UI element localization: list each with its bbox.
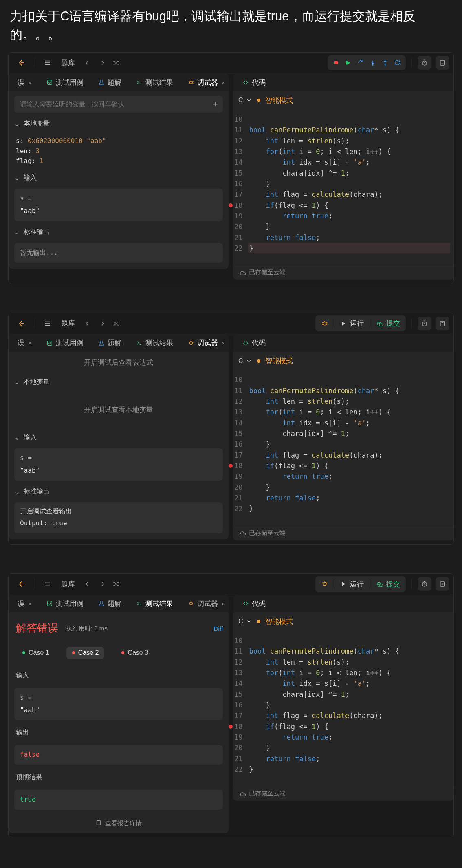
timer-icon[interactable] — [418, 56, 431, 70]
footer-link[interactable]: 查看报告详情 — [105, 820, 142, 827]
tab-testcases[interactable]: 测试用例 — [42, 335, 88, 350]
next-problem-icon[interactable] — [98, 319, 108, 328]
saved-indicator: 已存储至云端 — [249, 790, 286, 798]
status-dot-pass-icon — [22, 651, 25, 654]
check-square-icon — [46, 340, 53, 346]
tab-solution[interactable]: 题解 — [93, 596, 126, 611]
left-tabs: 误× 测试用例 题解 测试结果 调试器× ⋯ — [9, 74, 229, 92]
close-icon[interactable]: × — [222, 339, 225, 346]
tab-debugger[interactable]: 调试器× — [183, 75, 230, 90]
debug-button[interactable] — [315, 317, 334, 330]
tab-code[interactable]: 代码 — [238, 75, 271, 90]
tab-solution[interactable]: 题解 — [93, 75, 126, 90]
language-select[interactable]: C — [238, 97, 252, 104]
plus-icon[interactable]: + — [213, 99, 218, 110]
tab-results[interactable]: 测试结果 — [131, 335, 178, 350]
tab-error[interactable]: 误× — [13, 596, 37, 611]
close-icon[interactable]: × — [222, 79, 225, 86]
leetcode-logo-icon[interactable] — [16, 579, 26, 589]
section-input[interactable]: ⌄输入 — [14, 432, 223, 443]
tab-code[interactable]: 代码 — [238, 596, 271, 611]
section-stdout[interactable]: ⌄标准输出 — [14, 487, 223, 497]
prev-problem-icon[interactable] — [82, 59, 92, 67]
library-button[interactable]: 题库 — [59, 317, 77, 330]
status-dot-fail-icon — [121, 651, 124, 654]
input-var-label: s = — [20, 194, 217, 204]
tab-error[interactable]: 误× — [13, 335, 37, 350]
tab-results[interactable]: 测试结果 — [131, 75, 178, 90]
case-pill[interactable]: Case 1 — [17, 647, 55, 659]
case-pill[interactable]: Case 3 — [116, 647, 154, 659]
list-icon[interactable] — [42, 579, 54, 589]
screenshot-3: 题库 运行 提交 误× 测试用例 题解 — [8, 573, 454, 837]
section-input[interactable]: ⌄ 输入 — [14, 173, 223, 183]
library-button[interactable]: 题库 — [59, 578, 77, 590]
watch-expression-input[interactable]: + — [14, 96, 223, 113]
shuffle-icon[interactable] — [112, 59, 120, 66]
tab-results[interactable]: 测试结果 — [131, 596, 178, 611]
stdout-box: 开启调试查看输出 Output: true — [14, 502, 223, 533]
shuffle-icon[interactable] — [112, 320, 120, 327]
submit-button[interactable]: 提交 — [370, 315, 406, 331]
section-local-vars[interactable]: ⌄本地变量 — [14, 377, 223, 387]
debug-step-over-icon[interactable] — [354, 57, 367, 68]
leetcode-logo-icon[interactable] — [16, 318, 26, 329]
result-status: 解答错误 — [14, 617, 60, 640]
close-icon[interactable]: × — [222, 600, 225, 607]
language-select[interactable]: C — [238, 618, 252, 625]
debug-stop-icon[interactable] — [330, 57, 342, 68]
tab-debugger[interactable]: 调试器× — [183, 335, 230, 350]
timer-icon[interactable] — [418, 317, 431, 330]
leetcode-logo-icon[interactable] — [16, 57, 26, 68]
run-button[interactable]: 运行 — [334, 315, 370, 331]
code-editor[interactable]: 10111213141516171819202122 bool canPermu… — [233, 114, 453, 259]
watch-input-field[interactable] — [14, 96, 223, 113]
post-title: 力扣关于C语言编译器有bug吧，调试输出就是true，而运行提交就是相反的。。。 — [0, 0, 462, 52]
notes-icon[interactable] — [436, 577, 449, 591]
diff-link[interactable]: Diff — [214, 625, 223, 632]
next-problem-icon[interactable] — [98, 59, 108, 67]
case-pill[interactable]: Case 2 — [66, 647, 105, 659]
prev-problem-icon[interactable] — [82, 580, 92, 588]
tab-code[interactable]: 代码 — [238, 335, 271, 350]
notes-icon[interactable] — [436, 317, 449, 330]
debug-step-out-icon[interactable] — [379, 57, 391, 68]
tab-error[interactable]: 误× — [13, 75, 37, 90]
list-icon[interactable] — [42, 57, 54, 68]
code-icon — [242, 600, 249, 607]
list-icon[interactable] — [42, 318, 54, 329]
code-editor[interactable]: 10111213141516171819202122 bool canPermu… — [233, 375, 453, 520]
tab-debugger[interactable]: 调试器× — [183, 596, 230, 611]
section-local-vars[interactable]: ⌄ 本地变量 — [14, 119, 223, 129]
close-icon[interactable]: × — [28, 339, 32, 346]
close-icon[interactable]: × — [28, 600, 32, 607]
smart-mode-label[interactable]: 智能模式 — [265, 617, 293, 626]
shuffle-icon[interactable] — [112, 580, 120, 588]
notes-icon[interactable] — [436, 56, 449, 70]
debug-restart-icon[interactable] — [391, 57, 403, 68]
library-button[interactable]: 题库 — [59, 57, 77, 69]
debug-continue-icon[interactable] — [342, 57, 354, 68]
prev-problem-icon[interactable] — [82, 319, 92, 328]
code-editor[interactable]: 10111213141516171819202122 bool canPermu… — [233, 635, 453, 780]
smart-mode-label[interactable]: 智能模式 — [265, 96, 293, 105]
debug-button[interactable] — [315, 577, 334, 591]
run-button[interactable]: 运行 — [334, 576, 370, 592]
chevron-down-icon: ⌄ — [14, 228, 20, 236]
tab-solution[interactable]: 题解 — [93, 335, 126, 350]
input-label: 输入 — [14, 669, 223, 682]
tab-testcases[interactable]: 测试用例 — [42, 596, 88, 611]
smart-mode-label[interactable]: 智能模式 — [265, 356, 293, 366]
close-icon[interactable]: × — [28, 79, 32, 86]
tab-testcases[interactable]: 测试用例 — [42, 75, 88, 90]
svg-rect-16 — [47, 80, 52, 85]
svg-line-22 — [189, 83, 189, 84]
timer-icon[interactable] — [418, 577, 431, 591]
section-stdout[interactable]: ⌄ 标准输出 — [14, 227, 223, 237]
check-square-icon — [46, 600, 53, 607]
debug-step-into-icon[interactable] — [367, 57, 379, 68]
submit-button[interactable]: 提交 — [370, 576, 406, 592]
next-problem-icon[interactable] — [98, 580, 108, 588]
left-tabs: 误× 测试用例 题解 测试结果 调试器× ⋯ — [9, 334, 229, 352]
language-select[interactable]: C — [238, 357, 252, 365]
